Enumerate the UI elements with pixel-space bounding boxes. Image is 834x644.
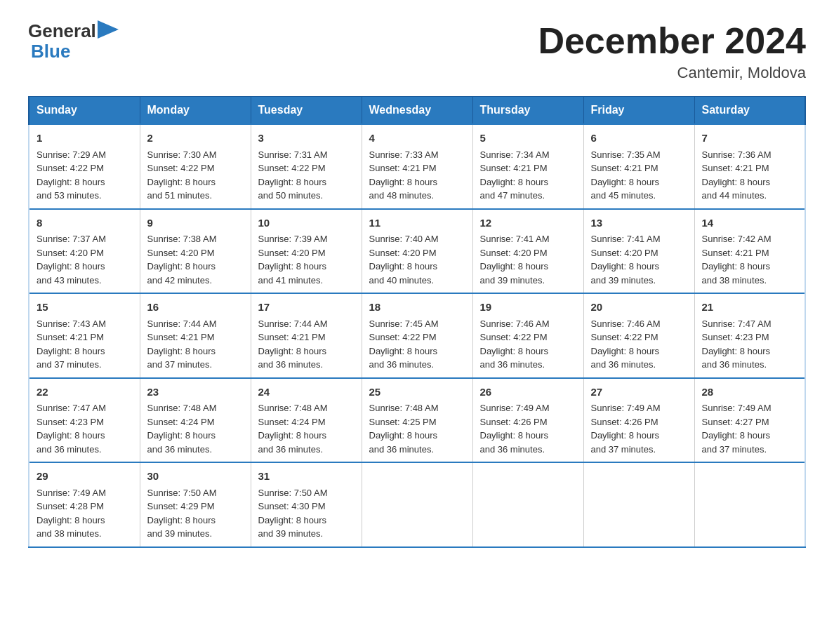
- day-info: Sunrise: 7:49 AM Sunset: 4:28 PM Dayligh…: [37, 488, 106, 539]
- calendar-cell: 3 Sunrise: 7:31 AM Sunset: 4:22 PM Dayli…: [251, 124, 362, 209]
- calendar-cell: 31 Sunrise: 7:50 AM Sunset: 4:30 PM Dayl…: [251, 462, 362, 547]
- calendar-cell: 9 Sunrise: 7:38 AM Sunset: 4:20 PM Dayli…: [140, 209, 251, 294]
- day-number: 20: [591, 300, 687, 316]
- day-number: 13: [591, 215, 687, 232]
- calendar-header: Sunday Monday Tuesday Wednesday Thursday…: [29, 97, 805, 125]
- day-number: 25: [369, 384, 465, 401]
- calendar-body: 1 Sunrise: 7:29 AM Sunset: 4:22 PM Dayli…: [29, 124, 805, 547]
- col-monday: Monday: [140, 97, 251, 125]
- calendar-cell: 23 Sunrise: 7:48 AM Sunset: 4:24 PM Dayl…: [140, 378, 251, 463]
- calendar-subtitle: Cantemir, Moldova: [538, 64, 806, 82]
- day-number: 27: [591, 384, 687, 401]
- day-number: 23: [147, 384, 244, 401]
- day-number: 6: [591, 130, 687, 147]
- day-number: 2: [147, 130, 244, 147]
- day-number: 26: [480, 384, 576, 401]
- day-info: Sunrise: 7:31 AM Sunset: 4:22 PM Dayligh…: [258, 149, 328, 201]
- calendar-cell: 18 Sunrise: 7:45 AM Sunset: 4:22 PM Dayl…: [362, 293, 472, 378]
- day-number: 29: [37, 469, 133, 485]
- day-number: 5: [480, 130, 576, 147]
- day-number: 3: [258, 130, 355, 147]
- day-info: Sunrise: 7:44 AM Sunset: 4:21 PM Dayligh…: [147, 318, 217, 370]
- day-info: Sunrise: 7:30 AM Sunset: 4:22 PM Dayligh…: [147, 149, 217, 201]
- day-number: 1: [37, 130, 133, 147]
- day-number: 15: [37, 300, 133, 316]
- day-number: 14: [702, 215, 798, 232]
- col-thursday: Thursday: [472, 97, 583, 125]
- day-info: Sunrise: 7:35 AM Sunset: 4:21 PM Dayligh…: [591, 149, 661, 201]
- day-info: Sunrise: 7:36 AM Sunset: 4:21 PM Dayligh…: [702, 149, 772, 201]
- calendar-cell: 14 Sunrise: 7:42 AM Sunset: 4:21 PM Dayl…: [694, 209, 805, 294]
- calendar-cell: 21 Sunrise: 7:47 AM Sunset: 4:23 PM Dayl…: [694, 293, 805, 378]
- calendar-title: December 2024: [538, 21, 806, 61]
- day-number: 7: [702, 130, 798, 147]
- col-friday: Friday: [583, 97, 694, 125]
- day-info: Sunrise: 7:43 AM Sunset: 4:21 PM Dayligh…: [37, 318, 106, 370]
- col-wednesday: Wednesday: [362, 97, 472, 125]
- day-number: 9: [147, 215, 244, 232]
- day-info: Sunrise: 7:48 AM Sunset: 4:24 PM Dayligh…: [258, 403, 328, 455]
- logo-blue: Blue: [31, 41, 70, 62]
- day-number: 28: [702, 384, 798, 401]
- day-info: Sunrise: 7:45 AM Sunset: 4:22 PM Dayligh…: [369, 318, 439, 370]
- svg-marker-0: [98, 20, 119, 39]
- calendar-cell: 27 Sunrise: 7:49 AM Sunset: 4:26 PM Dayl…: [583, 378, 694, 463]
- day-number: 10: [258, 215, 355, 232]
- day-number: 11: [369, 215, 465, 232]
- day-info: Sunrise: 7:48 AM Sunset: 4:25 PM Dayligh…: [369, 403, 439, 455]
- day-info: Sunrise: 7:29 AM Sunset: 4:22 PM Dayligh…: [37, 149, 106, 201]
- calendar-cell: 13 Sunrise: 7:41 AM Sunset: 4:20 PM Dayl…: [583, 209, 694, 294]
- day-number: 19: [480, 300, 576, 316]
- calendar-week-row: 22 Sunrise: 7:47 AM Sunset: 4:23 PM Dayl…: [29, 378, 805, 463]
- day-number: 22: [37, 384, 133, 401]
- day-number: 16: [147, 300, 244, 316]
- logo-general: General: [28, 21, 96, 41]
- calendar-cell: 25 Sunrise: 7:48 AM Sunset: 4:25 PM Dayl…: [362, 378, 472, 463]
- title-block: December 2024 Cantemir, Moldova: [538, 21, 806, 82]
- day-number: 4: [369, 130, 465, 147]
- calendar-cell: 12 Sunrise: 7:41 AM Sunset: 4:20 PM Dayl…: [472, 209, 583, 294]
- calendar-cell: 17 Sunrise: 7:44 AM Sunset: 4:21 PM Dayl…: [251, 293, 362, 378]
- day-info: Sunrise: 7:46 AM Sunset: 4:22 PM Dayligh…: [480, 318, 550, 370]
- header-row: Sunday Monday Tuesday Wednesday Thursday…: [29, 97, 805, 125]
- calendar-cell: 8 Sunrise: 7:37 AM Sunset: 4:20 PM Dayli…: [29, 209, 140, 294]
- day-info: Sunrise: 7:50 AM Sunset: 4:30 PM Dayligh…: [258, 488, 328, 539]
- col-sunday: Sunday: [29, 97, 140, 125]
- day-info: Sunrise: 7:38 AM Sunset: 4:20 PM Dayligh…: [147, 234, 217, 286]
- calendar-cell: 24 Sunrise: 7:48 AM Sunset: 4:24 PM Dayl…: [251, 378, 362, 463]
- calendar-cell: [362, 462, 472, 547]
- calendar-cell: 2 Sunrise: 7:30 AM Sunset: 4:22 PM Dayli…: [140, 124, 251, 209]
- day-info: Sunrise: 7:50 AM Sunset: 4:29 PM Dayligh…: [147, 488, 217, 539]
- calendar-cell: [694, 462, 805, 547]
- calendar-cell: 20 Sunrise: 7:46 AM Sunset: 4:22 PM Dayl…: [583, 293, 694, 378]
- day-info: Sunrise: 7:42 AM Sunset: 4:21 PM Dayligh…: [702, 234, 772, 286]
- day-info: Sunrise: 7:33 AM Sunset: 4:21 PM Dayligh…: [369, 149, 439, 201]
- calendar-week-row: 8 Sunrise: 7:37 AM Sunset: 4:20 PM Dayli…: [29, 209, 805, 294]
- calendar-table: Sunday Monday Tuesday Wednesday Thursday…: [28, 96, 806, 548]
- calendar-cell: 6 Sunrise: 7:35 AM Sunset: 4:21 PM Dayli…: [583, 124, 694, 209]
- day-info: Sunrise: 7:37 AM Sunset: 4:20 PM Dayligh…: [37, 234, 106, 286]
- calendar-cell: 4 Sunrise: 7:33 AM Sunset: 4:21 PM Dayli…: [362, 124, 472, 209]
- day-info: Sunrise: 7:48 AM Sunset: 4:24 PM Dayligh…: [147, 403, 217, 455]
- day-info: Sunrise: 7:46 AM Sunset: 4:22 PM Dayligh…: [591, 318, 661, 370]
- day-info: Sunrise: 7:44 AM Sunset: 4:21 PM Dayligh…: [258, 318, 328, 370]
- day-info: Sunrise: 7:39 AM Sunset: 4:20 PM Dayligh…: [258, 234, 328, 286]
- col-tuesday: Tuesday: [251, 97, 362, 125]
- day-info: Sunrise: 7:49 AM Sunset: 4:26 PM Dayligh…: [480, 403, 550, 455]
- calendar-cell: 11 Sunrise: 7:40 AM Sunset: 4:20 PM Dayl…: [362, 209, 472, 294]
- calendar-cell: 5 Sunrise: 7:34 AM Sunset: 4:21 PM Dayli…: [472, 124, 583, 209]
- calendar-cell: 28 Sunrise: 7:49 AM Sunset: 4:27 PM Dayl…: [694, 378, 805, 463]
- calendar-cell: 22 Sunrise: 7:47 AM Sunset: 4:23 PM Dayl…: [29, 378, 140, 463]
- day-number: 31: [258, 469, 355, 485]
- calendar-cell: [472, 462, 583, 547]
- day-info: Sunrise: 7:41 AM Sunset: 4:20 PM Dayligh…: [480, 234, 550, 286]
- calendar-week-row: 15 Sunrise: 7:43 AM Sunset: 4:21 PM Dayl…: [29, 293, 805, 378]
- calendar-week-row: 29 Sunrise: 7:49 AM Sunset: 4:28 PM Dayl…: [29, 462, 805, 547]
- calendar-cell: 29 Sunrise: 7:49 AM Sunset: 4:28 PM Dayl…: [29, 462, 140, 547]
- day-info: Sunrise: 7:34 AM Sunset: 4:21 PM Dayligh…: [480, 149, 550, 201]
- day-info: Sunrise: 7:47 AM Sunset: 4:23 PM Dayligh…: [37, 403, 106, 455]
- day-number: 24: [258, 384, 355, 401]
- calendar-cell: 7 Sunrise: 7:36 AM Sunset: 4:21 PM Dayli…: [694, 124, 805, 209]
- calendar-week-row: 1 Sunrise: 7:29 AM Sunset: 4:22 PM Dayli…: [29, 124, 805, 209]
- calendar-cell: 15 Sunrise: 7:43 AM Sunset: 4:21 PM Dayl…: [29, 293, 140, 378]
